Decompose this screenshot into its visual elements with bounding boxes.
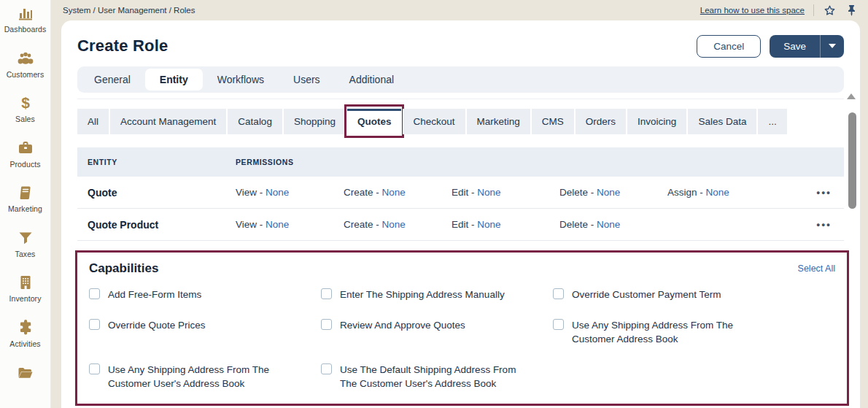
entity-category-tab-account-management[interactable]: Account Management — [110, 109, 226, 134]
folder-icon — [16, 363, 35, 382]
tab-users[interactable]: Users — [279, 69, 335, 91]
capability-checkbox[interactable] — [553, 319, 564, 330]
cancel-button[interactable]: Cancel — [697, 35, 761, 58]
sidebar-item-label: Dashboards — [4, 25, 47, 34]
capability-item[interactable]: Use Any Shipping Address From The Custom… — [553, 318, 785, 346]
capability-checkbox[interactable] — [321, 319, 332, 330]
capability-checkbox[interactable] — [553, 288, 564, 299]
permission-cell: Create - None — [344, 219, 452, 230]
permission-label: Delete - — [559, 219, 597, 230]
sidebar-item-label: Products — [9, 160, 40, 169]
permissions-column-header: PERMISSIONS — [236, 158, 344, 166]
select-all-link[interactable]: Select All — [798, 263, 835, 274]
pin-icon[interactable] — [845, 4, 858, 17]
scrollbar-thumb[interactable] — [848, 112, 856, 209]
capability-item[interactable]: Enter The Shipping Address Manually — [321, 288, 553, 301]
permission-value-link[interactable]: None — [597, 219, 620, 230]
topbar-divider — [813, 4, 814, 16]
save-dropdown-button[interactable] — [820, 35, 844, 58]
capability-item[interactable]: Use Any Shipping Address From The Custom… — [89, 363, 321, 390]
breadcrumb: System / User Management / Roles — [63, 6, 195, 15]
permission-label: Assign - — [667, 187, 706, 198]
capability-item[interactable]: Override Customer Payment Term — [553, 288, 785, 301]
book-icon — [16, 183, 35, 202]
permission-label: Create - — [344, 187, 382, 198]
capability-item[interactable]: Override Quote Prices — [89, 318, 321, 346]
permission-value-link[interactable]: None — [266, 219, 289, 230]
learn-link[interactable]: Learn how to use this space — [700, 6, 805, 15]
permission-value-link[interactable]: None — [597, 187, 620, 198]
sidebar-item-activities[interactable]: Activities — [0, 318, 51, 363]
entity-category-tab-cms[interactable]: CMS — [532, 109, 574, 134]
entity-category-tab-invoicing[interactable]: Invoicing — [627, 109, 686, 134]
capabilities-title: Capabilities — [89, 261, 158, 276]
dollar-icon: $ — [16, 93, 35, 112]
permission-label: Create - — [344, 219, 382, 230]
sidebar-item-dashboards[interactable]: Dashboards — [0, 4, 51, 49]
building-icon — [16, 273, 35, 292]
entity-category-tab-marketing[interactable]: Marketing — [467, 109, 530, 134]
sidebar-item-sales[interactable]: $Sales — [0, 93, 51, 139]
permission-label: Edit - — [452, 187, 477, 198]
capability-item[interactable]: Review And Approve Quotes — [321, 318, 553, 346]
permission-value-link[interactable]: None — [266, 187, 289, 198]
capability-item[interactable]: Use The Default Shipping Address From Th… — [321, 363, 553, 390]
entity-name: Quote — [88, 187, 236, 199]
permission-cell: Edit - None — [452, 187, 559, 198]
capability-item[interactable]: Add Free-Form Items — [89, 288, 321, 301]
briefcase-icon — [16, 139, 35, 158]
sidebar-item-taxes[interactable]: Taxes — [0, 228, 51, 274]
entity-category-tab-sales-data[interactable]: Sales Data — [688, 109, 756, 134]
permission-label: View - — [236, 187, 266, 198]
tab-additional[interactable]: Additional — [335, 69, 409, 91]
funnel-icon — [16, 228, 35, 247]
entity-category-tab-shopping[interactable]: Shopping — [284, 109, 346, 134]
entity-row: Quote ProductView - NoneCreate - NoneEdi… — [77, 209, 844, 241]
permission-value-link[interactable]: None — [706, 187, 729, 198]
tab-workflows[interactable]: Workflows — [203, 69, 279, 91]
sidebar-item-label: Taxes — [15, 250, 36, 258]
entity-row: QuoteView - NoneCreate - NoneEdit - None… — [77, 177, 844, 209]
entity-category-tab--[interactable]: ... — [758, 109, 786, 134]
entity-category-tab-checkout[interactable]: Checkout — [403, 109, 465, 134]
save-button[interactable]: Save — [770, 35, 820, 58]
entity-column-header: ENTITY — [88, 158, 236, 166]
sidebar-item-label: Marketing — [8, 204, 42, 213]
row-actions-button[interactable]: ●●● — [816, 221, 844, 228]
sidebar-item-label: Activities — [9, 339, 40, 348]
tab-general[interactable]: General — [80, 69, 145, 91]
people-icon — [16, 49, 35, 68]
capability-checkbox[interactable] — [89, 288, 100, 299]
entity-name: Quote Product — [88, 219, 236, 231]
permissions-grid: ENTITY PERMISSIONS QuoteView - NoneCreat… — [77, 147, 844, 241]
favorite-star-icon[interactable] — [823, 4, 836, 17]
sidebar-item-label: Sales — [15, 115, 35, 123]
row-actions-button[interactable]: ●●● — [816, 189, 844, 196]
entity-category-tab-quotes[interactable]: Quotes — [347, 109, 402, 134]
capability-label: Override Customer Payment Term — [572, 288, 721, 301]
capability-checkbox[interactable] — [321, 288, 332, 299]
sidebar-item-marketing[interactable]: Marketing — [0, 183, 51, 228]
entity-category-tab-all[interactable]: All — [77, 109, 109, 134]
capability-label: Use Any Shipping Address From The Custom… — [572, 318, 751, 346]
sidebar-item-products[interactable]: Products — [0, 139, 51, 184]
permission-value-link[interactable]: None — [477, 187, 500, 198]
scrollbar-up-arrow[interactable] — [847, 93, 856, 99]
permission-cell: Delete - None — [559, 219, 667, 230]
entity-category-tab-catalog[interactable]: Catalog — [228, 109, 282, 134]
capability-checkbox[interactable] — [89, 363, 100, 374]
content-card: Create Role Cancel Save GeneralEntityWor… — [61, 20, 860, 408]
permission-value-link[interactable]: None — [382, 187, 406, 198]
permission-value-link[interactable]: None — [477, 219, 500, 230]
header-divider — [77, 99, 844, 99]
tab-entity[interactable]: Entity — [145, 69, 203, 91]
capability-checkbox[interactable] — [89, 319, 100, 330]
permission-value-link[interactable]: None — [382, 219, 406, 230]
sidebar-item-inventory[interactable]: Inventory — [0, 273, 51, 318]
entity-category-tab-orders[interactable]: Orders — [576, 109, 626, 134]
sidebar-item-customers[interactable]: Customers — [0, 49, 51, 94]
grid-header-row: ENTITY PERMISSIONS — [77, 147, 844, 177]
annotation-highlight-box — [344, 104, 405, 138]
capability-checkbox[interactable] — [321, 363, 332, 374]
sidebar-item-folder[interactable] — [0, 363, 51, 408]
